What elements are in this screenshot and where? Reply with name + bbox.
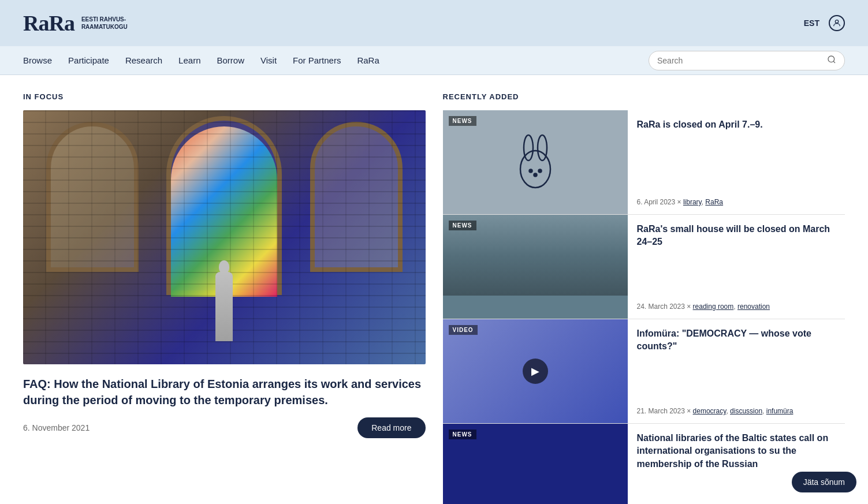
news-item[interactable]: NEWS RaRa is closed on April 7.–9. 6. Ap… [443,110,845,215]
news-tag-rara[interactable]: RaRa [705,198,723,206]
news-title-1: RaRa is closed on April 7.–9. [637,118,836,131]
news-tag-discussion[interactable]: discussion [730,407,762,415]
main-content: IN FOCUS FAQ: How the National Library o… [0,75,868,504]
in-focus-title: IN FOCUS [23,92,426,101]
nav-for-partners[interactable]: For Partners [293,53,341,68]
news-date-3: 21. March 2023 × [637,407,691,415]
news-badge-2: NEWS [449,221,476,230]
news-title-3: Infomüra: "DEMOCRACY — whose vote counts… [637,327,836,353]
news-tag-infumura[interactable]: infumüra [766,407,794,415]
news-list: NEWS RaRa is closed on April 7.–9. 6. Ap… [443,110,845,504]
svg-point-0 [835,20,838,23]
svg-point-5 [529,170,532,173]
svg-point-3 [538,135,547,160]
language-button[interactable]: EST [804,18,819,28]
news-body-3: Infomüra: "DEMOCRACY — whose vote counts… [628,319,845,423]
svg-point-2 [524,135,533,160]
in-focus-section: IN FOCUS FAQ: How the National Library o… [23,92,426,504]
header-right: EST [804,15,845,31]
logo-text: RaRa [23,10,74,36]
news-badge-3: VIDEO [449,325,478,335]
news-badge-4: NEWS [449,430,476,439]
nav-participate[interactable]: Participate [68,53,109,68]
news-title-2: RaRa's small house will be closed on Mar… [637,223,836,249]
search-box [649,51,845,70]
news-tag-democracy[interactable]: democracy [693,407,727,415]
focus-caption: FAQ: How the National Library of Estonia… [23,364,426,444]
news-date-2: 24. March 2023 × [637,303,691,311]
jata-sonum-button[interactable]: Jäta sõnum [792,472,856,492]
news-item-2[interactable]: NEWS RaRa's small house will be closed o… [443,215,845,319]
svg-point-6 [538,170,541,173]
news-meta-1: 6. April 2023 × library, RaRa [637,198,836,206]
play-button-icon: ▶ [523,359,548,384]
nav-learn[interactable]: Learn [178,53,200,68]
street-scene [443,215,628,319]
recently-added-title: RECENTLY ADDED [443,92,845,101]
svg-point-7 [534,174,537,177]
logo-area[interactable]: RaRa EESTI RAHVUS- RAAMATUKOGU [23,10,128,36]
bunny-background [443,110,628,214]
news-body-2: RaRa's small house will be closed on Mar… [628,215,845,319]
news-meta-2: 24. March 2023 × reading room, renovatio… [637,303,836,311]
logo-subtitle: EESTI RAHVUS- RAAMATUKOGU [81,16,128,31]
news-tag-library[interactable]: library [683,198,702,206]
news-item-4[interactable]: NEWS National libraries of the Baltic st… [443,424,845,504]
recently-added-section: RECENTLY ADDED [443,92,845,504]
search-input[interactable] [657,56,827,65]
news-tag-reading-room[interactable]: reading room [693,303,734,311]
news-body-1: RaRa is closed on April 7.–9. 6. April 2… [628,110,845,214]
news-item-3[interactable]: ▶ VIDEO Infomüra: "DEMOCRACY — whose vot… [443,319,845,424]
nav-rara[interactable]: RaRa [357,53,379,68]
news-date-1: 6. April 2023 × [637,198,681,206]
news-thumbnail-3: ▶ VIDEO [443,319,628,423]
focus-meta: 6. November 2021 Read more [23,417,426,438]
news-thumbnail-4: NEWS [443,424,628,504]
search-button[interactable] [827,55,836,66]
news-thumbnail-1: NEWS [443,110,628,214]
svg-point-4 [520,151,550,188]
news-thumbnail-2: NEWS [443,215,628,319]
nav-research[interactable]: Research [125,53,162,68]
nav-borrow[interactable]: Borrow [217,53,244,68]
focus-article-title: FAQ: How the National Library of Estonia… [23,376,426,408]
nav-visit[interactable]: Visit [260,53,277,68]
header: RaRa EESTI RAHVUS- RAAMATUKOGU EST [0,0,868,46]
video-scene: ▶ [443,319,628,423]
user-icon[interactable] [829,15,845,31]
news-badge-1: NEWS [449,116,476,126]
read-more-button[interactable]: Read more [357,417,425,438]
nav-links: Browse Participate Research Learn Borrow… [23,53,379,68]
statue [215,272,233,341]
news-tag-renovation[interactable]: renovation [737,303,770,311]
news-title-4: National libraries of the Baltic states … [637,432,836,471]
news-meta-3: 21. March 2023 × democracy, discussion, … [637,407,836,415]
focus-image[interactable] [23,110,426,364]
focus-date: 6. November 2021 [23,423,90,432]
nav-browse[interactable]: Browse [23,53,52,68]
nav-bar: Browse Participate Research Learn Borrow… [0,46,868,75]
svg-point-1 [828,56,835,62]
